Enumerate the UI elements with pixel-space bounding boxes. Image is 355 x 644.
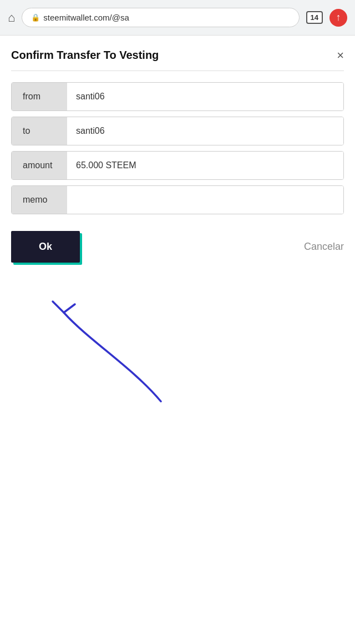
modal-divider bbox=[11, 71, 344, 71]
ok-button[interactable]: Ok bbox=[11, 231, 80, 263]
to-label: to bbox=[12, 117, 67, 145]
home-icon[interactable]: ⌂ bbox=[8, 11, 15, 25]
form-rows: from santi06 to santi06 amount 65.000 ST… bbox=[11, 82, 344, 214]
close-button[interactable]: × bbox=[337, 49, 344, 62]
address-text: steemitwallet.com/@sa bbox=[43, 13, 129, 22]
bottom-space bbox=[0, 424, 355, 568]
tabs-badge[interactable]: 14 bbox=[306, 11, 323, 24]
browser-bar: ⌂ 🔒 steemitwallet.com/@sa 14 ↑ bbox=[0, 0, 355, 36]
update-button[interactable]: ↑ bbox=[329, 9, 347, 27]
annotation-arrow bbox=[11, 268, 344, 412]
to-value: santi06 bbox=[67, 117, 343, 145]
amount-value: 65.000 STEEM bbox=[67, 152, 343, 179]
memo-label: memo bbox=[12, 186, 67, 214]
modal-container: Confirm Transfer To Vesting × from santi… bbox=[0, 36, 355, 424]
from-value: santi06 bbox=[67, 83, 343, 110]
modal-header: Confirm Transfer To Vesting × bbox=[11, 49, 344, 62]
cancel-button[interactable]: Cancelar bbox=[304, 241, 344, 253]
update-icon: ↑ bbox=[336, 12, 341, 23]
modal-title: Confirm Transfer To Vesting bbox=[11, 49, 159, 62]
from-label: from bbox=[12, 83, 67, 110]
memo-row: memo bbox=[11, 185, 344, 214]
to-row: to santi06 bbox=[11, 117, 344, 145]
annotation-arrow-container bbox=[11, 268, 344, 412]
button-row: Ok Cancelar bbox=[11, 231, 344, 263]
lock-icon: 🔒 bbox=[31, 13, 40, 22]
memo-value bbox=[67, 186, 343, 214]
address-bar[interactable]: 🔒 steemitwallet.com/@sa bbox=[22, 8, 299, 27]
from-row: from santi06 bbox=[11, 82, 344, 111]
amount-row: amount 65.000 STEEM bbox=[11, 151, 344, 180]
amount-label: amount bbox=[12, 152, 67, 179]
